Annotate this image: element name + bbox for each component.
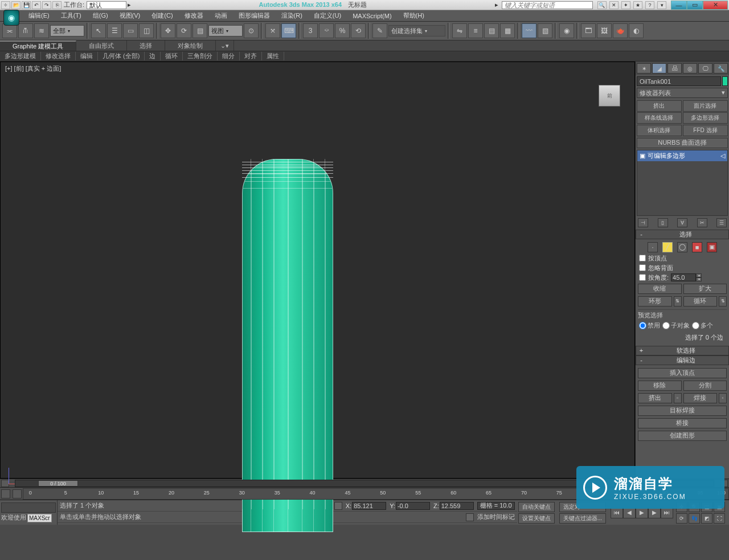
trackbar-filter-icon[interactable] [13, 489, 22, 498]
window-crossing-icon[interactable]: ◫ [139, 23, 154, 38]
help-icon[interactable]: ? [645, 1, 654, 9]
quickmod-nurbs-select[interactable]: NURBS 曲面选择 [637, 138, 728, 148]
chk-by-vertex[interactable] [639, 255, 646, 261]
qat-open-icon[interactable]: 📂 [11, 1, 21, 9]
select-by-name-icon[interactable]: ☰ [107, 23, 122, 38]
angle-snap-icon[interactable]: ⌔ [319, 23, 334, 38]
unlink-icon[interactable]: ⫚ [18, 23, 33, 38]
edit-named-sel-icon[interactable]: ✎ [372, 23, 387, 38]
scale-icon[interactable]: ▤ [193, 23, 207, 38]
quickmod-poly-select[interactable]: 多边形选择 [683, 112, 728, 124]
rollout-selection-header[interactable]: -选择 [636, 230, 729, 239]
schematic-view-icon[interactable]: ▧ [538, 23, 552, 38]
btn-target-weld[interactable]: 目标焊接 [638, 406, 727, 416]
panel-edit[interactable]: 编辑 [76, 52, 98, 60]
quickmod-ffd-select[interactable]: FFD 选择 [683, 125, 728, 136]
auto-key-button[interactable]: 自动关键点 [518, 502, 555, 512]
communication-icon[interactable]: ✦ [621, 1, 630, 9]
menu-maxscript[interactable]: MAXScript(M) [347, 13, 397, 19]
search-icon[interactable]: 🔍 [597, 1, 607, 9]
pin-stack-icon[interactable]: ⊣ [638, 218, 648, 227]
menu-rendering[interactable]: 渲染(R) [276, 11, 308, 20]
btn-split[interactable]: 分割 [683, 381, 727, 391]
snap-3d-icon[interactable]: 3 [303, 23, 318, 38]
key-filters-button[interactable]: 关键点过滤器... [559, 513, 606, 524]
time-slider-thumb[interactable]: 0 / 100 [38, 480, 78, 487]
btn-weld[interactable]: 焊接 [683, 393, 718, 403]
ring-spin-icon[interactable]: ⇅ [674, 296, 682, 306]
nav-maximize-icon[interactable]: ⛶ [714, 513, 725, 524]
rotate-icon[interactable]: ⟳ [177, 23, 191, 38]
ribbon-tab-freeform[interactable]: 自由形式 [76, 40, 127, 51]
subobj-border-icon[interactable]: ◯ [677, 242, 687, 252]
stack-item-editablepoly[interactable]: ▣ 可编辑多边形 ◁ [637, 150, 727, 161]
align-icon[interactable]: ≡ [468, 23, 483, 38]
viewport-front[interactable]: [+] [前] [真实 + 边面] 前 [0, 62, 635, 479]
expand-icon[interactable]: ▣ [640, 152, 645, 160]
menu-modifiers[interactable]: 修改器 [179, 11, 209, 20]
panel-poly-modeling[interactable]: 多边形建模 [0, 52, 41, 60]
qat-redo-icon[interactable]: ↷ [42, 1, 51, 9]
curve-editor-icon[interactable]: 〰 [522, 23, 536, 38]
modifier-stack[interactable]: ▣ 可编辑多边形 ◁ [637, 150, 728, 216]
object-name-field[interactable] [637, 76, 721, 86]
viewport-label[interactable]: [+] [前] [真实 + 边面] [5, 64, 61, 73]
slider-prev-icon[interactable] [1, 480, 9, 487]
render-production-icon[interactable]: 🫖 [613, 23, 628, 38]
ribbon-tab-objectpaint[interactable]: 对象绘制 [165, 40, 216, 51]
menu-group[interactable]: 组(G) [87, 11, 114, 20]
quickmod-spline-select[interactable]: 样条线选择 [637, 112, 682, 124]
show-result-icon[interactable]: ▯ [658, 218, 668, 227]
ref-coord-combo[interactable]: 视图 [208, 25, 243, 36]
tab-utilities-icon[interactable]: 🔧 [714, 63, 728, 73]
object-color-swatch[interactable] [722, 76, 728, 86]
modifier-list-combo[interactable]: 修改器列表 [637, 88, 728, 98]
menu-help[interactable]: 帮助(H) [398, 11, 430, 20]
quickmod-patch-select[interactable]: 面片选择 [683, 100, 728, 112]
help-search-input[interactable] [502, 1, 593, 9]
subobj-vertex-icon[interactable]: · [648, 242, 658, 252]
btn-shrink[interactable]: 收缩 [638, 284, 682, 294]
pivot-center-icon[interactable]: ⊙ [244, 23, 259, 38]
btn-insert-vertex[interactable]: 插入顶点 [638, 368, 727, 378]
trackbar-toggle-icon[interactable] [1, 489, 10, 498]
named-selection-combo[interactable]: 创建选择集 [388, 25, 445, 36]
extrude-settings-icon[interactable]: ▫ [674, 393, 682, 403]
qat-new-icon[interactable]: ✧ [1, 1, 10, 9]
panel-align[interactable]: 对齐 [240, 52, 262, 60]
help-dropdown-icon[interactable]: ▾ [657, 1, 666, 9]
set-key-button[interactable]: 设置关键点 [518, 513, 555, 524]
layers-icon[interactable]: ▤ [484, 23, 499, 38]
panel-modify-sel[interactable]: 修改选择 [41, 52, 76, 60]
rollout-softselection-header[interactable]: +软选择 [636, 346, 729, 355]
subscription-icon[interactable]: ✕ [609, 1, 619, 9]
nav-orbit-icon[interactable]: ⟳ [676, 513, 687, 524]
render-iterative-icon[interactable]: ◐ [629, 23, 644, 38]
ribbon-tab-selection[interactable]: 选择 [127, 40, 165, 51]
btn-remove[interactable]: 移除 [638, 381, 682, 391]
select-icon[interactable]: ↖ [91, 23, 106, 38]
radio-preview-disable[interactable] [639, 322, 646, 329]
result-toggle-icon[interactable]: ◁ [720, 152, 725, 160]
nav-region-icon[interactable]: ◩ [701, 513, 712, 524]
keyboard-shortcut-icon[interactable]: ⌨ [281, 23, 296, 38]
spinner-snap-icon[interactable]: ⟲ [351, 23, 366, 38]
mirror-icon[interactable]: ⇋ [452, 23, 467, 38]
configure-sets-icon[interactable]: ☰ [716, 218, 727, 227]
menu-create[interactable]: 创建(C) [146, 11, 178, 20]
menu-animation[interactable]: 动画 [209, 11, 233, 20]
weld-settings-icon[interactable]: ▫ [719, 393, 727, 403]
spin-up-icon[interactable]: ▴ [696, 273, 702, 277]
percent-snap-icon[interactable]: % [335, 23, 350, 38]
time-tag-icon[interactable] [466, 513, 474, 521]
quickmod-vol-select[interactable]: 体积选择 [637, 125, 682, 136]
ribbon-tab-graphite[interactable]: Graphite 建模工具 [0, 40, 76, 51]
subobj-polygon-icon[interactable]: ■ [692, 242, 702, 252]
qat-undo-icon[interactable]: ↶ [32, 1, 41, 9]
manipulate-icon[interactable]: ⤧ [265, 23, 280, 38]
radio-preview-multi[interactable] [692, 322, 699, 329]
maxscript-listener[interactable]: MAXScr [27, 514, 52, 522]
tab-modify-icon[interactable]: ◢ [652, 63, 666, 73]
panel-geometry-all[interactable]: 几何体 (全部) [98, 52, 145, 60]
quickmod-extrude[interactable]: 挤出 [637, 100, 682, 112]
